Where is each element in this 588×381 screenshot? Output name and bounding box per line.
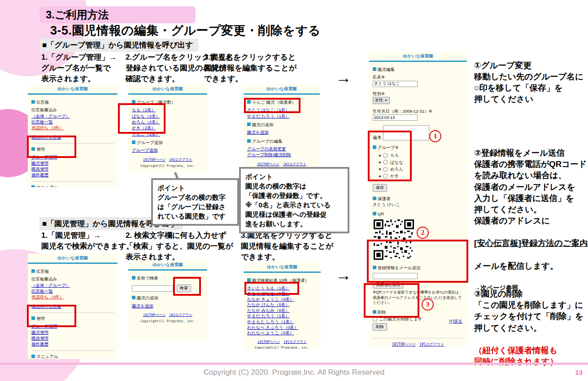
search-button[interactable]: 検索 [177, 285, 191, 292]
link-pending[interactable]: 承認待ち（0件） [31, 294, 64, 300]
page-number: 13 [575, 368, 583, 376]
memo-field[interactable] [383, 125, 429, 140]
child-link[interactable]: たなか きょうこ（0名） [247, 297, 294, 302]
group-children-heading: りんご 園児（保護者） [247, 100, 316, 105]
send-to-guardian-button[interactable]: 保護者に送信 [373, 281, 403, 289]
delete-button[interactable]: 削除 [373, 323, 387, 331]
child-link[interactable]: やまもと しろう（1名） [247, 319, 294, 324]
blue-square-icon [247, 100, 251, 104]
link-staff-admin[interactable]: 職員管理 [31, 336, 48, 341]
blue-square-icon [31, 269, 35, 273]
note-group-change: ①グループ変更 移動したい先のグループ名に ○印を移して「保存」を 押してくださ… [474, 60, 586, 105]
delete-heading: 削除 [373, 310, 463, 315]
child-link[interactable]: やまだ たろう（1名） [247, 313, 290, 319]
group-list-panel: ゆかいな保育園 グループ（園児数） もも（2名） ばなな（2名） めろん（2名）… [128, 84, 207, 172]
group-add-link[interactable]: グループ追加 [132, 148, 158, 153]
section2-step2: 2. 検索文字欄に何も入力せず 「検索」すると、園児の一覧が 表示されます。 [126, 230, 233, 262]
guardian-name: さとう けいこ [373, 202, 463, 207]
blue-square-icon [373, 212, 376, 215]
child-link[interactable]: わたなべ ようこ（0名） [247, 330, 294, 336]
child-link[interactable]: さいとう もえ（1名） [247, 285, 290, 291]
child-link[interactable]: やまだ たろう（1名） [247, 114, 290, 119]
link-history[interactable]: 操作履歴 [31, 342, 48, 347]
link-child-admin[interactable]: 園児管理 [31, 330, 48, 335]
logout-link[interactable]: [#]ログアウト [169, 313, 192, 317]
qr-code-image [373, 219, 415, 260]
top-page-link[interactable]: [0]TOPページ [143, 313, 166, 317]
group-radio[interactable] [383, 153, 388, 158]
child-add-heading: 園児の追加 [247, 122, 316, 127]
group-rename-link[interactable]: グループの名前変更 [247, 146, 286, 152]
child-add-link[interactable]: 園児を追加 [247, 130, 269, 135]
group-radio[interactable] [383, 160, 388, 165]
gender-select[interactable]: 女性▼ [373, 97, 390, 104]
link-child-admin[interactable]: 園児管理 [31, 161, 48, 166]
search-results-panel: ゆかいな保育園 園児検索結果 10件（保護者） さいとう もえ（1名） さとう … [244, 263, 321, 349]
group-option-label: もも [390, 153, 399, 158]
top-page-link[interactable]: [0]TOPページ [392, 342, 416, 346]
bullet-icon [379, 175, 381, 177]
guardian-email-field[interactable] [373, 273, 418, 279]
link-staff-board[interactable]: 職員向け伝言板 [31, 135, 61, 140]
link-pending[interactable]: 承認待ち（0件） [31, 125, 64, 131]
blue-square-icon [247, 139, 251, 143]
footer-copyright: Copyright (C) 2020. Prograte,Inc. All Ri… [0, 368, 588, 377]
child-link[interactable]: たなか けんた（0名） [247, 302, 290, 307]
child-link[interactable]: わたなべ さぶろう（0名） [247, 325, 298, 330]
child-add-link[interactable]: 園児を追加 [132, 303, 153, 309]
group-radio[interactable] [383, 167, 388, 172]
name-field[interactable] [373, 81, 418, 87]
child-link[interactable]: たなか みなみ（0名） [247, 308, 290, 313]
link-board-list[interactable]: 伝言板一覧 [31, 289, 53, 294]
child-link[interactable]: さとう はなこ（1名） [247, 291, 290, 296]
child-edit-panel: ゆかいな保育園 園児編集 氏名※ 性別※ 女性▼ 生年月日（例：2008-12-… [369, 52, 467, 347]
note-mail-send-body: ②登録情報をメール送信 保護者の携帯電話がQRコード を読み取れない場合は、 保… [474, 147, 588, 226]
birthdate-field[interactable] [373, 114, 418, 121]
site-title: ゆかいな保育園 [28, 84, 118, 95]
search-panel: ゆかいな保育園 名前で検索 検索 園児の追加 園児を追加 [0]TOPページ[#… [128, 260, 207, 340]
badge-3: 3 [422, 298, 434, 311]
logout-link[interactable]: [#]ログアウト [283, 340, 307, 344]
save-button[interactable]: 保存 [373, 184, 387, 192]
site-title: ゆかいな保育園 [128, 260, 207, 271]
group-link[interactable]: りんご（2名） [132, 131, 160, 137]
manual-heading: マニュアル [31, 354, 114, 359]
blue-square-icon [31, 316, 35, 320]
group-link[interactable]: ばなな（2名） [132, 114, 160, 119]
group-link[interactable]: かき（2名） [132, 125, 156, 131]
link-all-group[interactable]: （全体・グループ） [31, 283, 70, 288]
top-page-link[interactable]: [0]TOPページ [257, 162, 279, 166]
link-history[interactable]: 操作履歴 [31, 172, 48, 178]
mail-heading: 登録情報をメール送信 [373, 265, 463, 271]
top-page-link[interactable]: [0]TOPページ [143, 158, 166, 162]
logout-link[interactable]: [#]ログアウト [283, 162, 306, 166]
divider [31, 350, 114, 351]
link-group-admin[interactable]: グループ管理 [31, 154, 57, 160]
group-link[interactable]: もも（2名） [132, 107, 156, 113]
top-page-link[interactable]: [0]TOPページ [257, 340, 280, 344]
group-radio[interactable] [383, 174, 388, 179]
link-group-admin[interactable]: グループ管理 [31, 324, 57, 329]
link-all-group[interactable]: （全体・グループ） [31, 114, 70, 119]
note-mail-guide-link: [安心伝言板]登録方法のご案内 [474, 237, 588, 249]
back-link[interactable]: [7]戻る [449, 319, 462, 324]
child-link[interactable]: さとう はなこ（1名） [247, 107, 290, 113]
link-staff-board[interactable]: 職員向け伝言板 [31, 304, 61, 309]
logout-link[interactable]: [#]ログアウト [169, 158, 192, 162]
badge-1: 1 [429, 130, 441, 142]
flow-arrow: → [335, 266, 352, 285]
menu-panel-bottom: ゆかいな保育園 伝言板 伝言板書込み （全体・グループ） 伝言板一覧 承認待ち（… [28, 254, 118, 359]
logout-link[interactable]: [#]ログアウト [419, 342, 444, 346]
link-staff-admin[interactable]: 職員管理 [31, 166, 48, 172]
group-delete-link[interactable]: グループ削除/園児削除 [247, 152, 291, 158]
group-link[interactable]: めろん（2名） [132, 119, 160, 125]
group-heading: グループ※ [373, 145, 463, 150]
admin-heading: 管理 [31, 147, 114, 152]
search-input[interactable] [132, 285, 173, 292]
group-option-label: ばなな [390, 160, 403, 165]
delete-confirm-checkbox[interactable] [373, 317, 377, 321]
blue-square-icon [373, 266, 376, 269]
section2-step3: 3.園児名をクリックすると 園児情報を編集することが できます。 [241, 230, 333, 262]
footer-accent-bar [0, 363, 588, 365]
link-board-list[interactable]: 伝言板一覧 [31, 119, 53, 125]
